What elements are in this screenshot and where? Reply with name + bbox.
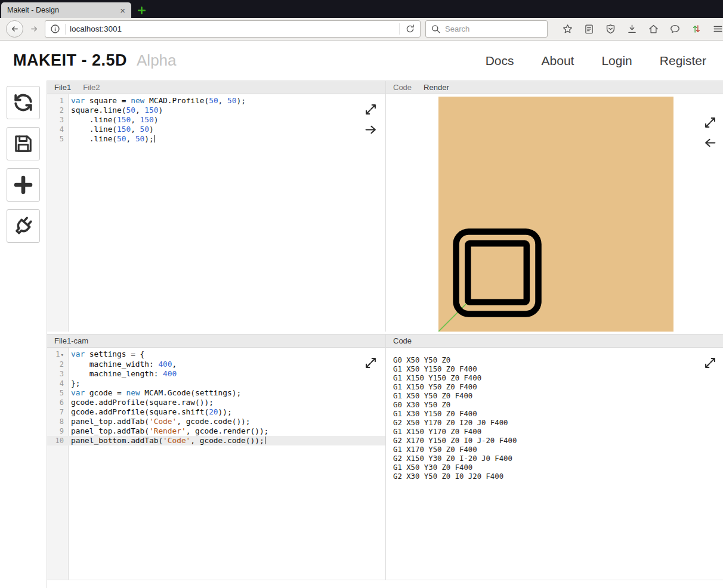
- code-line[interactable]: 5 .line(50, 50);: [47, 134, 385, 144]
- panel-top-right-tabbar: CodeRender: [386, 81, 723, 94]
- download-icon: [626, 23, 638, 35]
- expand-button[interactable]: [703, 356, 716, 369]
- text-cursor: [155, 135, 155, 143]
- browser-tab[interactable]: Makeit - Design ×: [1, 2, 131, 18]
- back-button[interactable]: [6, 20, 23, 38]
- panel-tab-file1[interactable]: File1: [54, 81, 71, 94]
- bookmarks-menu-button[interactable]: [582, 23, 595, 36]
- expand-icon: [704, 116, 716, 129]
- code-text: panel_bottom.addTab('Code', gcode.code()…: [68, 436, 265, 445]
- hello-button[interactable]: [668, 23, 681, 36]
- expand-button[interactable]: [364, 356, 377, 369]
- code-line[interactable]: 9panel_top.addTab('Render', gcode.render…: [47, 426, 385, 436]
- sync-arrows-icon: [691, 23, 702, 35]
- home-icon: [648, 23, 659, 35]
- panel-bottom-right-actions: [703, 356, 716, 369]
- reload-button[interactable]: [399, 23, 416, 35]
- line-number: 3: [47, 115, 68, 125]
- panel-tab-render[interactable]: Render: [424, 81, 449, 94]
- search-input[interactable]: [445, 24, 534, 33]
- send-right-button[interactable]: [364, 123, 377, 136]
- line-number: 10: [47, 436, 68, 445]
- expand-button[interactable]: [364, 103, 377, 116]
- code-line[interactable]: 1▾var settings = {: [47, 349, 385, 360]
- gcode-output: G0 X50 Y50 Z0G1 X50 Y150 Z0 F400G1 X150 …: [386, 348, 723, 580]
- code-text: panel_top.addTab('Code', gcode.code());: [68, 417, 251, 426]
- browser-tab-bar: Makeit - Design ×: [0, 0, 723, 18]
- downloads-button[interactable]: [625, 23, 638, 36]
- code-line[interactable]: 2square.line(50, 150): [47, 106, 385, 115]
- code-line[interactable]: 3 .line(150, 150): [47, 115, 385, 125]
- panel-top-left-actions: [364, 103, 377, 136]
- code-text: machine_width: 400,: [68, 360, 177, 369]
- refresh-icon: [13, 92, 34, 113]
- pocket-button[interactable]: [604, 23, 617, 36]
- render-shape: [438, 97, 673, 332]
- line-number: 5: [47, 388, 68, 398]
- menu-button[interactable]: [711, 23, 723, 36]
- code-line[interactable]: 4};: [47, 379, 385, 388]
- bookmark-star-button[interactable]: [561, 23, 574, 36]
- code-text: square.line(50, 150): [68, 106, 163, 115]
- line-number: 8: [47, 417, 68, 426]
- workspace: File1File2 1var square = new MCAD.Profil…: [0, 81, 723, 588]
- code-line[interactable]: 10panel_bottom.addTab('Code', gcode.code…: [47, 436, 385, 445]
- code-line[interactable]: 1var square = new MCAD.Profile(50, 50);: [47, 96, 385, 106]
- site-info-icon[interactable]: [50, 23, 61, 35]
- panel-tab-code[interactable]: Code: [393, 335, 412, 348]
- fold-arrow-icon[interactable]: ▾: [61, 352, 64, 358]
- code-editor-file1-cam[interactable]: 1▾var settings = {2 machine_width: 400,3…: [47, 348, 385, 580]
- home-button[interactable]: [647, 23, 660, 36]
- tab-close-button[interactable]: ×: [120, 6, 125, 15]
- panel-bottom-left-actions: [364, 356, 377, 369]
- code-line[interactable]: 7gcode.addProfile(square.shift(20));: [47, 407, 385, 417]
- code-line[interactable]: 8panel_top.addTab('Code', gcode.code());: [47, 417, 385, 426]
- save-tool-button[interactable]: [7, 127, 40, 160]
- url-text[interactable]: localhost:3001: [70, 24, 395, 33]
- panel-tab-code[interactable]: Code: [393, 81, 412, 94]
- gcode-line: G2 X30 Y50 Z0 I0 J20 F400: [393, 472, 723, 481]
- render-canvas[interactable]: [438, 97, 673, 332]
- nav-link-register[interactable]: Register: [660, 54, 706, 68]
- code-line[interactable]: 2 machine_width: 400,: [47, 360, 385, 369]
- panel-bottom-right-tabbar: Code: [386, 335, 723, 348]
- panel-tab-file2[interactable]: File2: [83, 81, 100, 94]
- forward-button[interactable]: [28, 23, 40, 35]
- gcode-line: G1 X30 Y150 Z0 F400: [393, 410, 723, 419]
- send-left-button[interactable]: [703, 136, 716, 149]
- gcode-line: G1 X50 Y50 Z0 F400: [393, 392, 723, 401]
- line-number: 9: [47, 426, 68, 436]
- search-bar[interactable]: [425, 20, 548, 38]
- code-line[interactable]: 5var gcode = new MCAM.Gcode(settings);: [47, 388, 385, 398]
- main-nav: DocsAboutLoginRegister: [486, 54, 706, 68]
- plus-icon: [137, 5, 147, 16]
- code-line[interactable]: 4 .line(150, 50): [47, 125, 385, 134]
- code-editor-file1[interactable]: 1var square = new MCAD.Profile(50, 50);2…: [47, 94, 385, 332]
- gcode-line: G1 X150 Y50 Z0 F400: [393, 383, 723, 392]
- rapid-move-line: [438, 302, 468, 332]
- gcode-line: G1 X170 Y50 Z0 F400: [393, 445, 723, 454]
- nav-link-login[interactable]: Login: [601, 54, 632, 68]
- url-bar[interactable]: localhost:3001: [45, 20, 421, 38]
- expand-button[interactable]: [703, 116, 716, 129]
- gcode-line: G0 X30 Y50 Z0: [393, 401, 723, 410]
- render-view: [386, 94, 723, 332]
- hamburger-icon: [712, 23, 723, 35]
- chat-bubble-icon: [669, 23, 681, 35]
- nav-link-docs[interactable]: Docs: [486, 54, 514, 68]
- nav-link-about[interactable]: About: [542, 54, 574, 68]
- code-line[interactable]: 6gcode.addProfile(square.raw());: [47, 398, 385, 407]
- sync-button[interactable]: [690, 23, 703, 36]
- reload-icon: [404, 23, 416, 35]
- connect-tool-button[interactable]: [7, 209, 40, 243]
- refresh-tool-button[interactable]: [7, 86, 40, 119]
- panel-tab-file1-cam[interactable]: File1-cam: [54, 335, 88, 348]
- line-number: 4: [47, 379, 68, 388]
- new-tab-button[interactable]: [131, 2, 152, 18]
- gcode-line: G1 X50 Y150 Z0 F400: [393, 365, 723, 374]
- code-text: var square = new MCAD.Profile(50, 50);: [68, 96, 246, 106]
- code-line[interactable]: 3 machine_length: 400: [47, 369, 385, 379]
- plus-icon: [13, 174, 34, 196]
- browser-tab-title: Makeit - Design: [7, 6, 115, 14]
- add-tool-button[interactable]: [7, 168, 40, 202]
